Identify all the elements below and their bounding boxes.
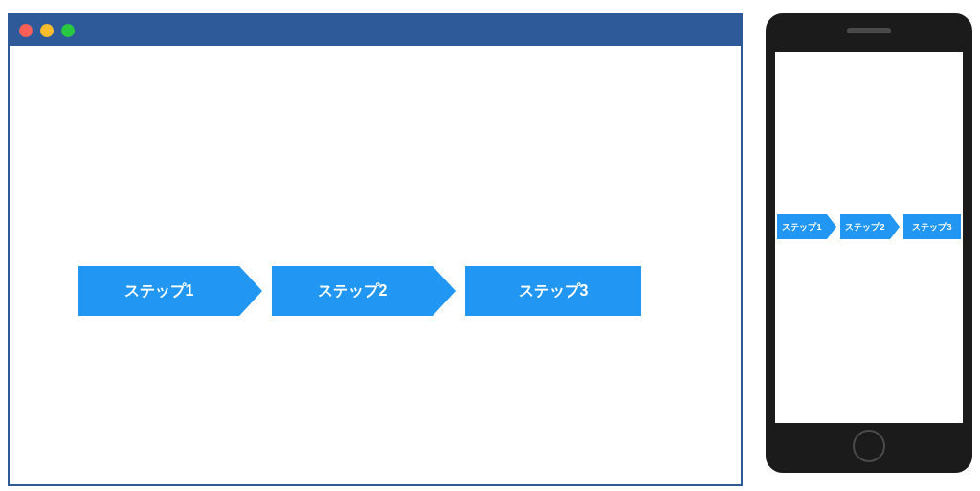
step-label: ステップ2 [840, 214, 890, 239]
chevron-right-icon [433, 266, 456, 316]
step-label: ステップ1 [777, 214, 827, 239]
step-1: ステップ1 [777, 214, 835, 239]
pc-browser-window: ステップ1 ステップ2 ステップ3 [8, 13, 743, 486]
minimize-icon[interactable] [40, 24, 54, 37]
chevron-right-icon [239, 266, 262, 316]
step-indicator-pc: ステップ1 ステップ2 ステップ3 [78, 266, 641, 316]
maximize-icon[interactable] [61, 24, 75, 37]
step-2: ステップ2 [272, 266, 448, 316]
pc-body: ステップ1 ステップ2 ステップ3 [10, 46, 741, 484]
step-3: ステップ3 [465, 266, 641, 316]
step-3: ステップ3 [903, 214, 961, 239]
pc-titlebar [10, 15, 741, 46]
step-label: ステップ1 [78, 266, 239, 316]
step-label: ステップ3 [465, 266, 641, 316]
close-icon[interactable] [19, 24, 33, 37]
step-label: ステップ3 [903, 214, 961, 239]
chevron-right-icon [827, 214, 836, 239]
smartphone-frame: ステップ1 ステップ2 ステップ3 [766, 13, 972, 473]
chevron-right-icon [890, 214, 900, 239]
step-1: ステップ1 [78, 266, 255, 316]
step-indicator-sp: ステップ1 ステップ2 ステップ3 [777, 214, 961, 239]
step-2: ステップ2 [840, 214, 898, 239]
step-label: ステップ2 [272, 266, 433, 316]
